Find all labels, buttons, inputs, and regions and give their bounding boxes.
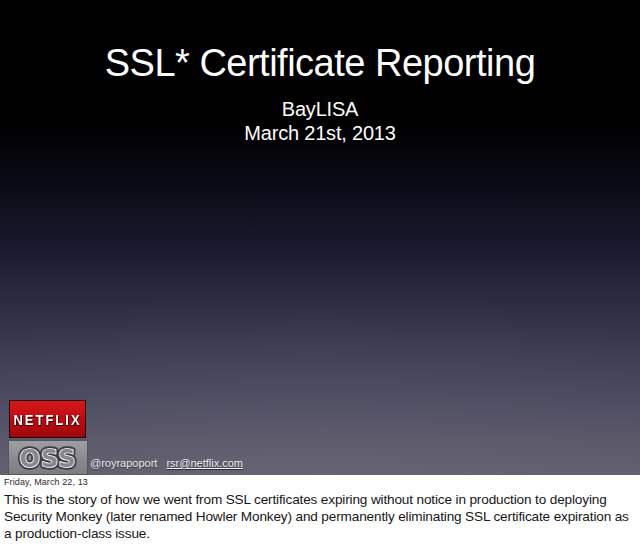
netflix-oss-logo: OSS OSS xyxy=(8,440,88,475)
contact-line: @royrapoportrsr@netflix.com xyxy=(90,457,243,469)
notes-area: Friday, March 22, 13 This is the story o… xyxy=(0,475,640,557)
oss-logo-graphic: OSS OSS xyxy=(12,443,84,473)
netflix-logo-text: NETFLIX xyxy=(13,410,81,427)
page: SSL* Certificate Reporting BayLISA March… xyxy=(0,0,640,557)
twitter-handle: @royrapoport xyxy=(90,457,157,469)
timestamp: Friday, March 22, 13 xyxy=(4,477,640,487)
netflix-logo: NETFLIX xyxy=(9,400,86,438)
slide: SSL* Certificate Reporting BayLISA March… xyxy=(0,0,640,475)
slide-subtitle: BayLISA March 21st, 2013 xyxy=(0,97,640,146)
subtitle-event: BayLISA xyxy=(0,97,640,121)
title-block: SSL* Certificate Reporting BayLISA March… xyxy=(0,40,640,145)
subtitle-date: March 21st, 2013 xyxy=(0,121,640,145)
slide-title: SSL* Certificate Reporting xyxy=(0,40,640,88)
email-link[interactable]: rsr@netflix.com xyxy=(166,457,243,469)
oss-logo-text: OSS xyxy=(20,445,77,473)
speaker-notes: This is the story of how we went from SS… xyxy=(4,491,637,542)
